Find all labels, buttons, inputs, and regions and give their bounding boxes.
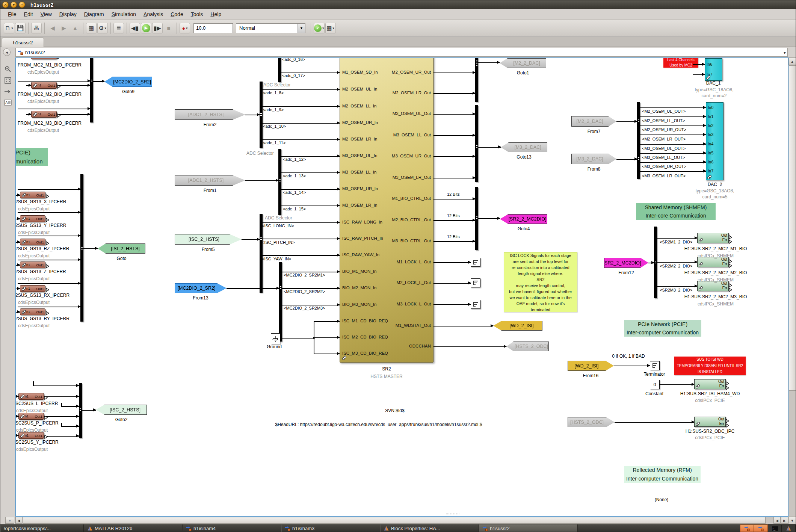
signal-wire[interactable]: [433, 114, 475, 115]
sim-mode-select[interactable]: Normal ▼: [236, 23, 305, 33]
model-browser-button[interactable]: ▦: [86, 23, 97, 33]
signal-wire[interactable]: [261, 239, 340, 239]
signal-wire[interactable]: [57, 114, 90, 115]
signal-wire[interactable]: [18, 236, 80, 236]
signal-wire[interactable]: [433, 73, 475, 73]
build-button[interactable]: ▦▾: [325, 23, 336, 33]
input-stub-wire[interactable]: [15, 195, 20, 196]
epics-output-block[interactable]: n1Out1: [18, 393, 44, 400]
terminator-block[interactable]: [471, 258, 480, 267]
signal-wire[interactable]: [245, 115, 260, 115]
from-tag[interactable]: [WD_2_ISI]: [568, 361, 614, 371]
horizontal-scrollbar[interactable]: ◀ ◀ ▶: [15, 517, 788, 524]
signal-wire[interactable]: [18, 307, 80, 307]
horizontal-scroll-thumb[interactable]: [23, 517, 766, 524]
signal-wire[interactable]: [478, 147, 501, 148]
taskbar-item-h1sussr2[interactable]: h1sussr2: [479, 524, 578, 532]
from-tag[interactable]: [SR2_2_MC2DIO]: [604, 258, 648, 268]
signal-wire[interactable]: [261, 89, 340, 90]
signal-wire[interactable]: [33, 381, 34, 385]
signal-wire[interactable]: [282, 272, 340, 272]
signal-wire[interactable]: [614, 366, 650, 366]
signal-wire[interactable]: [18, 81, 90, 82]
signal-wire[interactable]: [640, 171, 706, 172]
scroll-left-icon[interactable]: ◀: [773, 517, 781, 524]
vertical-scrollbar[interactable]: ▲ ▼: [788, 57, 796, 524]
signal-wire[interactable]: [640, 125, 706, 126]
tray-terminal-button[interactable]: ›_: [768, 524, 782, 532]
stop-button[interactable]: ■: [163, 23, 174, 33]
record-button[interactable]: ●▾: [180, 23, 190, 33]
constant-block[interactable]: 0: [650, 380, 660, 389]
menu-item-diagram[interactable]: Diagram: [80, 10, 108, 19]
signal-wire[interactable]: [261, 255, 340, 256]
dac-block[interactable]: In0In1In2In3In4In5In6In7: [706, 102, 723, 180]
signal-wire[interactable]: [282, 288, 340, 289]
run-button[interactable]: ▶: [141, 23, 151, 33]
signal-wire[interactable]: [433, 220, 475, 221]
step-forward-button[interactable]: ▮▶: [152, 23, 163, 33]
forward-button[interactable]: ▶: [59, 23, 69, 33]
direction-icon[interactable]: [4, 88, 12, 97]
goto-tag[interactable]: [M2_2_DAC]: [500, 58, 546, 68]
signal-wire[interactable]: [245, 180, 278, 181]
tray-matlab-button[interactable]: [782, 524, 796, 532]
annotation-note[interactable]: ISC LOCK Signals for each stageare sent …: [504, 252, 577, 312]
input-stub-wire[interactable]: [26, 85, 31, 86]
mux-bar[interactable]: [279, 262, 282, 342]
signal-wire[interactable]: [433, 156, 475, 157]
annotation-icon[interactable]: A: [4, 100, 12, 108]
menu-item-display[interactable]: Display: [56, 10, 80, 19]
signal-wire[interactable]: [640, 116, 706, 117]
mux-bar[interactable]: [90, 57, 93, 122]
signal-wire[interactable]: [433, 199, 475, 200]
signal-wire[interactable]: [478, 218, 500, 219]
terminator-block[interactable]: [650, 361, 660, 370]
signal-wire[interactable]: [314, 354, 340, 354]
warning-note[interactable]: SUS TO ISI WDTEMPORARILY DISABLED UNTIL …: [674, 357, 746, 375]
signal-wire[interactable]: [640, 135, 706, 135]
goto-tag[interactable]: [M3_2_DAC]: [501, 142, 547, 152]
from-tag[interactable]: [ADC1_2_HSTS]: [175, 175, 245, 186]
signal-wire[interactable]: [433, 241, 475, 242]
signal-wire[interactable]: [261, 106, 340, 107]
from-tag[interactable]: [HSTS_2_ODC]: [568, 417, 615, 427]
goto-tag[interactable]: [SR2_2_MC2DIO]: [500, 214, 547, 224]
signal-wire[interactable]: [282, 305, 340, 305]
from-tag[interactable]: [ADC1_2_HSTS]: [175, 109, 245, 120]
taskbar-item-matlab-r2012b[interactable]: MATLAB R2012b: [84, 524, 183, 532]
menu-item-code[interactable]: Code: [167, 10, 187, 19]
signal-wire[interactable]: [640, 162, 706, 163]
input-stub-wire[interactable]: [26, 114, 31, 115]
input-stub-wire[interactable]: [15, 242, 20, 243]
menu-item-simulation[interactable]: Simulation: [108, 10, 140, 19]
signal-wire[interactable]: [44, 436, 79, 437]
back-button[interactable]: ◀: [47, 23, 58, 33]
signal-wire[interactable]: [280, 338, 314, 339]
window-menu-button[interactable]: ▪: [19, 2, 25, 8]
signal-wire[interactable]: [18, 212, 80, 213]
epics-output-block[interactable]: n1Out1: [20, 308, 45, 315]
signal-wire[interactable]: [261, 139, 340, 140]
signal-wire[interactable]: [281, 156, 340, 157]
signal-wire[interactable]: [616, 159, 637, 160]
new-model-button[interactable]: 🗋▾: [4, 23, 14, 33]
signal-wire[interactable]: [18, 189, 80, 190]
goto-tag[interactable]: [WD_2_ISI]: [493, 321, 542, 331]
scroll-left-icon[interactable]: ◀: [15, 517, 22, 524]
terminator-block[interactable]: [471, 300, 480, 309]
taskbar-item-h1isiham4[interactable]: h1isiham4: [183, 524, 281, 532]
signal-wire[interactable]: [242, 239, 260, 240]
mux-bar[interactable]: [260, 82, 263, 148]
mux-bar[interactable]: [637, 102, 640, 179]
signal-wire[interactable]: [693, 74, 705, 75]
signal-wire[interactable]: [478, 62, 500, 63]
signal-wire[interactable]: [433, 135, 475, 136]
taskbar-item-block-properties-ha-[interactable]: Block Properties: HA...: [380, 524, 479, 532]
signal-wire[interactable]: [44, 416, 79, 417]
input-stub-wire[interactable]: [15, 312, 20, 313]
breadcrumb[interactable]: h1sussr2 ▼: [15, 48, 788, 57]
input-stub-wire[interactable]: [15, 435, 18, 436]
signal-wire[interactable]: [657, 286, 697, 287]
menu-item-tools[interactable]: Tools: [187, 10, 207, 19]
